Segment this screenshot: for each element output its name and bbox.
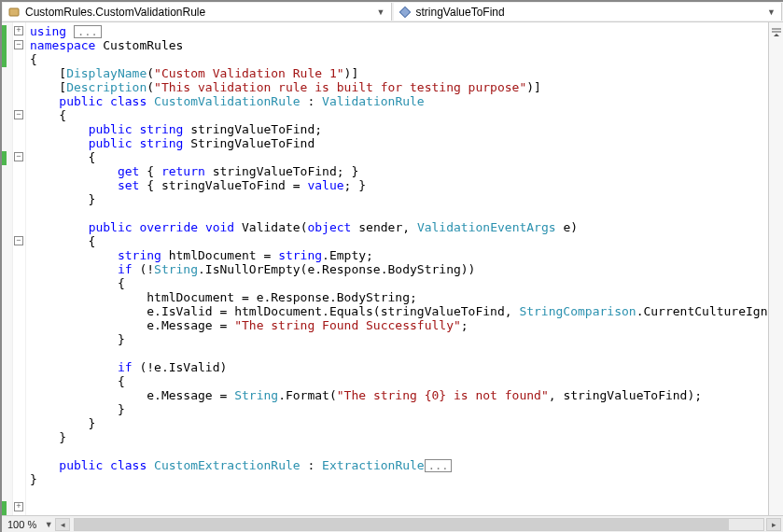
zoom-level[interactable]: 100 % — [2, 519, 42, 530]
class-icon — [7, 5, 21, 20]
svg-marker-4 — [774, 34, 779, 36]
outline-toggle[interactable]: − — [14, 40, 23, 49]
chevron-down-icon: ▼ — [765, 7, 777, 17]
navigation-bar: CustomRules.CustomValidationRule ▼ strin… — [2, 2, 783, 22]
horizontal-scrollbar[interactable] — [74, 518, 764, 531]
outline-toggle[interactable]: − — [14, 110, 23, 119]
scroll-left-button[interactable]: ◂ — [55, 518, 70, 531]
outline-margin: + − − − − + — [13, 22, 26, 515]
outline-toggle[interactable]: + — [14, 26, 23, 35]
type-dropdown-label: CustomRules.CustomValidationRule — [25, 6, 375, 19]
chevron-down-icon: ▼ — [375, 7, 387, 17]
split-button[interactable] — [768, 22, 783, 515]
scrollbar-thumb[interactable] — [75, 519, 729, 530]
split-icon — [771, 26, 782, 37]
collapsed-region[interactable]: ... — [425, 459, 453, 472]
outline-toggle[interactable]: − — [14, 236, 23, 245]
zoom-chevron-icon[interactable]: ▼ — [42, 520, 55, 529]
scroll-right-button[interactable]: ▸ — [766, 518, 781, 531]
change-marker — [2, 501, 7, 515]
type-dropdown[interactable]: CustomRules.CustomValidationRule ▼ — [3, 3, 392, 21]
indicator-margin — [2, 22, 13, 515]
svg-rect-1 — [399, 7, 410, 17]
member-dropdown[interactable]: stringValueToFind ▼ — [394, 3, 783, 21]
collapsed-region[interactable]: ... — [74, 25, 102, 38]
status-bar: 100 % ▼ ◂ ▸ — [2, 515, 783, 532]
outline-toggle[interactable]: − — [14, 152, 23, 161]
change-marker — [2, 25, 7, 67]
field-icon — [398, 5, 412, 20]
editor-area: + − − − − + using ... namespace CustomRu… — [2, 22, 783, 515]
outline-toggle[interactable]: + — [14, 502, 23, 511]
member-dropdown-label: stringValueToFind — [416, 6, 766, 19]
change-marker — [2, 151, 7, 165]
code-editor[interactable]: using ... namespace CustomRules { [Displ… — [26, 22, 768, 515]
svg-rect-0 — [9, 8, 19, 16]
